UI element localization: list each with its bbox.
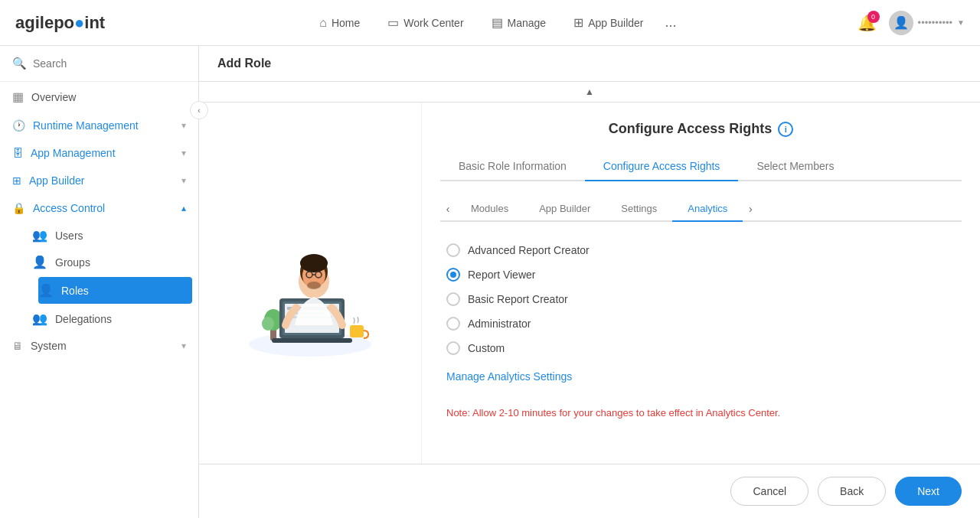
home-icon: ⌂ [319, 16, 327, 30]
main-content: Add Role ▲ [199, 46, 980, 518]
chevron-down-icon4: ▾ [181, 340, 186, 351]
sidebar-item-runtime-management[interactable]: 🕐 Runtime Management ▾ [0, 112, 198, 139]
radio-advanced-report-creator[interactable]: Advanced Report Creator [446, 243, 962, 257]
info-icon[interactable]: i [778, 122, 793, 137]
chevron-down-icon2: ▾ [181, 148, 186, 158]
nav-more[interactable]: ... [661, 10, 681, 35]
sub-tab-next-button[interactable]: › [743, 203, 758, 215]
top-nav: agilepo●int ⌂ Home ▭ Work Center ▤ Manag… [0, 0, 980, 46]
nav-appbuilder[interactable]: ⊞ App Builder [563, 11, 654, 34]
overview-icon: ▦ [12, 90, 24, 104]
sub-tab-bar: ‹ Modules App Builder Settings Analytics… [440, 197, 962, 222]
sub-tab-analytics[interactable]: Analytics [672, 197, 743, 222]
illustration [226, 207, 394, 360]
radio-report-viewer[interactable]: Report Viewer [446, 268, 962, 282]
sub-tab-settings[interactable]: Settings [606, 197, 672, 222]
sidebar-sub-items: 👥 Users 👤 Groups 👤 Roles 👥 Delegations [0, 222, 198, 332]
radio-circle-2 [446, 292, 460, 306]
radio-circle-0 [446, 243, 460, 257]
nav-manage[interactable]: ▤ Manage [481, 11, 557, 34]
app-layout: 🔍 ▦ Overview 🕐 Runtime Management ▾ 🗄 Ap… [0, 46, 980, 518]
access-icon: 🔒 [12, 202, 25, 214]
search-input[interactable] [33, 57, 186, 70]
tab-select-members[interactable]: Select Members [738, 152, 852, 181]
page-header: Add Role [199, 46, 980, 82]
radio-circle-1 [446, 268, 460, 282]
sidebar-item-overview[interactable]: ▦ Overview [0, 82, 198, 112]
sub-tab-appbuilder[interactable]: App Builder [524, 197, 606, 222]
sidebar-item-groups[interactable]: 👤 Groups [32, 249, 198, 275]
chevron-down-icon3: ▾ [181, 175, 186, 186]
illustration-panel [199, 103, 421, 464]
svg-rect-11 [350, 325, 364, 337]
chevron-up-icon: ▴ [181, 203, 186, 213]
wizard-area: Configure Access Rights i Basic Role Inf… [199, 103, 980, 464]
form-title: Configure Access Rights i [440, 121, 962, 137]
search-box[interactable]: 🔍 [0, 46, 198, 82]
collapse-top-button[interactable]: ▲ [199, 82, 980, 103]
sidebar-collapse-button[interactable]: ‹ [190, 101, 208, 119]
sidebar-item-app-management[interactable]: 🗄 App Management ▾ [0, 139, 198, 167]
delegations-icon: 👥 [32, 311, 47, 326]
nav-items: ⌂ Home ▭ Work Center ▤ Manage ⊞ App Buil… [136, 10, 854, 35]
back-button[interactable]: Back [818, 477, 886, 506]
nav-workcenter[interactable]: ▭ Work Center [377, 11, 474, 34]
form-panel: Configure Access Rights i Basic Role Inf… [421, 103, 980, 464]
sidebar-item-delegations[interactable]: 👥 Delegations [32, 305, 198, 332]
groups-icon: 👤 [32, 255, 47, 269]
footer-bar: Cancel Back Next [199, 464, 980, 518]
appmanage-icon: 🗄 [12, 147, 23, 159]
svg-point-15 [300, 254, 328, 272]
system-icon: 🖥 [12, 340, 23, 352]
chevron-up-icon2: ▲ [585, 86, 594, 97]
page-title: Add Role [217, 57, 271, 70]
tab-configure-access[interactable]: Configure Access Rights [585, 152, 739, 181]
note-text: Note: Allow 2-10 minutes for your change… [440, 401, 962, 425]
radio-custom[interactable]: Custom [446, 341, 962, 355]
appbuilder-icon: ⊞ [573, 15, 583, 30]
chevron-down-icon: ▾ [181, 120, 186, 131]
roles-icon: 👤 [38, 283, 54, 298]
manage-analytics-settings-link[interactable]: Manage Analytics Settings [440, 367, 578, 386]
manage-icon: ▤ [492, 15, 503, 30]
user-menu[interactable]: 👤 •••••••••• ▼ [889, 11, 965, 35]
sidebar-item-access-control[interactable]: 🔒 Access Control ▴ [0, 194, 198, 222]
notification-button[interactable]: 🔔 0 [854, 11, 880, 35]
sidebar-item-system[interactable]: 🖥 System ▾ [0, 332, 198, 360]
sub-tab-modules[interactable]: Modules [456, 197, 524, 222]
svg-rect-10 [272, 338, 352, 343]
next-button[interactable]: Next [895, 477, 962, 506]
radio-administrator[interactable]: Administrator [446, 317, 962, 331]
cancel-button[interactable]: Cancel [730, 477, 808, 506]
notification-badge: 0 [867, 11, 880, 23]
wizard-tabs: Basic Role Information Configure Access … [440, 152, 962, 181]
sub-tab-prev-button[interactable]: ‹ [440, 203, 456, 215]
tab-basic-role-info[interactable]: Basic Role Information [440, 152, 585, 181]
sidebar-item-users[interactable]: 👥 Users [32, 222, 198, 249]
radio-circle-4 [446, 341, 460, 355]
chevron-left-icon: ‹ [198, 106, 200, 115]
search-icon: 🔍 [12, 57, 27, 70]
sidebar-item-app-builder[interactable]: ⊞ App Builder ▾ [0, 167, 198, 194]
svg-point-3 [262, 317, 274, 331]
nav-home[interactable]: ⌂ Home [309, 11, 371, 34]
monitor-icon: ▭ [387, 15, 399, 30]
logo: agilepo●int [15, 13, 105, 33]
sidebar: 🔍 ▦ Overview 🕐 Runtime Management ▾ 🗄 Ap… [0, 46, 199, 518]
avatar: 👤 [889, 11, 913, 35]
sidebar-item-roles[interactable]: 👤 Roles [38, 277, 192, 304]
radio-basic-report-creator[interactable]: Basic Report Creator [446, 292, 962, 306]
builder-icon: ⊞ [12, 174, 21, 187]
nav-right: 🔔 0 👤 •••••••••• ▼ [854, 11, 965, 35]
users-icon: 👥 [32, 228, 47, 243]
radio-circle-3 [446, 317, 460, 331]
runtime-icon: 🕐 [12, 119, 25, 132]
svg-point-16 [307, 282, 321, 289]
radio-group: Advanced Report Creator Report Viewer Ba… [440, 237, 962, 367]
